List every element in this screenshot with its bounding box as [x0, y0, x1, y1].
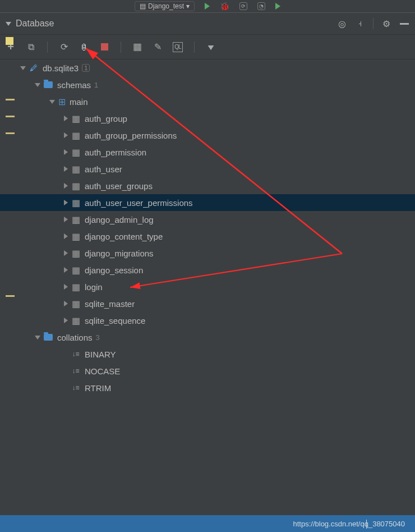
panel-header-actions: ◎ ⫞ ⚙ [337, 18, 409, 29]
collation-icon [70, 382, 81, 393]
expand-caret-icon[interactable] [64, 318, 68, 323]
expand-caret-icon[interactable] [49, 100, 55, 104]
tree-table-node[interactable]: django_migrations [0, 245, 415, 262]
tree-table-node[interactable]: auth_user_groups [0, 177, 415, 194]
expand-caret-icon[interactable] [64, 116, 68, 121]
table-name-label: sqlite_master [85, 299, 135, 309]
tree-main-schema-node[interactable]: main [0, 93, 415, 110]
collation-icon [70, 365, 81, 377]
db-name-label: db.sqlite3 [43, 63, 79, 73]
table-icon [70, 264, 81, 276]
profile-icon[interactable]: ◔ [257, 2, 265, 10]
collapse-panel-icon[interactable] [6, 22, 11, 26]
tree-collation-node[interactable]: RTRIM [0, 379, 415, 396]
gutter-change-marker [6, 295, 15, 297]
table-icon [70, 247, 81, 259]
expand-caret-icon[interactable] [20, 66, 26, 70]
expand-caret-icon[interactable] [64, 132, 68, 138]
collation-icon [70, 348, 81, 360]
text-cursor [366, 520, 367, 529]
manage-datasources-icon[interactable] [79, 42, 89, 52]
db-count-badge: 1 [82, 64, 90, 72]
expand-caret-icon[interactable] [64, 233, 68, 239]
table-view-icon[interactable] [132, 42, 142, 52]
tree-table-node[interactable]: sqlite_master [0, 295, 415, 312]
table-icon [70, 113, 81, 124]
run-config-dropdown[interactable]: ▤ Django_test ▾ [135, 1, 195, 11]
duplicate-icon[interactable] [26, 42, 36, 52]
refresh-icon[interactable]: ⟳ [59, 42, 69, 52]
tree-collation-node[interactable]: NOCASE [0, 363, 415, 379]
table-icon [70, 315, 81, 326]
tree-table-node[interactable]: auth_group [0, 110, 415, 127]
collation-name-label: NOCASE [85, 366, 120, 376]
table-icon [70, 214, 81, 225]
table-name-label: auth_user_groups [85, 181, 153, 191]
editor-gutter [0, 59, 16, 508]
database-tree[interactable]: db.sqlite3 1 schemas 1 main auth_groupau… [0, 59, 415, 515]
edit-icon[interactable] [153, 42, 163, 52]
schemas-label: schemas [57, 80, 91, 90]
table-icon [70, 146, 81, 158]
filter-icon[interactable] [206, 42, 216, 52]
tree-table-node[interactable]: django_content_type [0, 228, 415, 245]
tree-table-node[interactable]: sqlite_sequence [0, 312, 415, 329]
expand-caret-icon[interactable] [64, 301, 68, 306]
separator [373, 18, 374, 29]
table-name-label: auth_user_user_permissions [85, 198, 193, 208]
database-panel-header: Database ◎ ⫞ ⚙ [0, 12, 415, 35]
separator [194, 42, 195, 53]
tree-table-node[interactable]: auth_permission [0, 144, 415, 160]
tree-table-node[interactable]: django_admin_log [0, 211, 415, 228]
tree-table-node[interactable]: auth_user [0, 160, 415, 177]
tree-table-node[interactable]: auth_user_user_permissions [0, 194, 415, 211]
run-icon[interactable] [205, 3, 210, 10]
sqlite-db-icon [28, 62, 39, 74]
split-icon[interactable]: ⫞ [355, 19, 365, 29]
expand-caret-icon[interactable] [64, 183, 68, 189]
run-coverage-icon[interactable]: ⟳ [239, 2, 247, 10]
table-name-label: auth_group_permissions [85, 131, 177, 140]
tree-collation-node[interactable]: BINARY [0, 346, 415, 363]
collation-name-label: BINARY [85, 350, 116, 359]
status-bar: https://blog.csdn.net/qq_38075040 [0, 515, 415, 532]
tree-db-node[interactable]: db.sqlite3 1 [0, 59, 415, 76]
expand-caret-icon[interactable] [64, 149, 68, 155]
table-name-label: django_migrations [85, 249, 154, 258]
table-name-label: auth_permission [85, 148, 146, 157]
tree-collations-node[interactable]: collations 3 [0, 329, 415, 346]
run-config-label: Django_test [148, 2, 184, 10]
console-icon[interactable]: QL [173, 42, 183, 52]
gutter-marker [6, 37, 13, 45]
tree-table-node[interactable]: auth_group_permissions [0, 127, 415, 144]
expand-caret-icon[interactable] [64, 166, 68, 172]
tree-schemas-node[interactable]: schemas 1 [0, 76, 415, 93]
expand-caret-icon[interactable] [64, 284, 68, 290]
debug-icon[interactable]: 🐞 [220, 2, 229, 11]
expand-caret-icon[interactable] [35, 336, 40, 340]
table-name-label: django_session [85, 265, 143, 275]
expand-caret-icon[interactable] [64, 250, 68, 256]
collations-label: collations [57, 333, 93, 342]
target-icon[interactable]: ◎ [337, 19, 347, 29]
collation-name-label: RTRIM [85, 383, 111, 393]
gutter-change-marker [6, 116, 15, 117]
table-icon [70, 180, 81, 191]
gear-icon[interactable]: ⚙ [381, 19, 391, 29]
separator [121, 42, 121, 53]
expand-caret-icon[interactable] [64, 217, 68, 222]
table-name-label: auth_group [85, 114, 127, 123]
table-icon [70, 281, 81, 292]
table-icon [70, 130, 81, 141]
hide-panel-icon[interactable] [399, 19, 409, 29]
panel-title: Database [16, 19, 333, 29]
tree-table-node[interactable]: django_session [0, 262, 415, 278]
dropdown-caret-icon: ▾ [186, 2, 190, 10]
expand-caret-icon[interactable] [35, 83, 40, 87]
stop-icon[interactable] [99, 42, 109, 52]
expand-caret-icon[interactable] [64, 200, 68, 205]
table-icon [70, 197, 81, 208]
run-fast-icon[interactable] [275, 3, 280, 10]
expand-caret-icon[interactable] [64, 267, 68, 273]
tree-table-node[interactable]: login [0, 278, 415, 295]
